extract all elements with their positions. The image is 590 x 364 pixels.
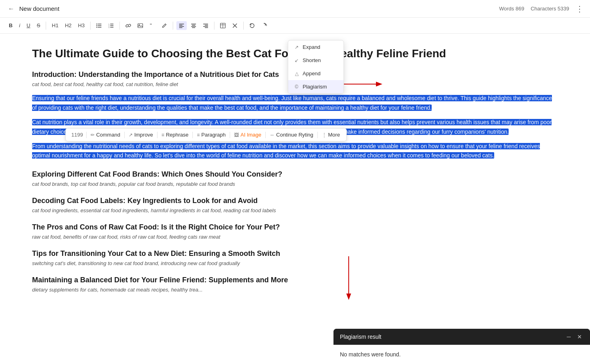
strike-btn[interactable]: S <box>34 21 43 30</box>
paragraph-3: From understanding the nutritional needs… <box>32 142 558 161</box>
expand-item[interactable]: ↗ Expand <box>288 40 343 54</box>
word-count: Words 869 <box>499 6 524 12</box>
plagiarism-minimize-btn[interactable]: ─ <box>565 333 572 341</box>
plagiarism-header: Plagiarism result ─ ✕ <box>333 329 590 345</box>
link-btn[interactable] <box>123 21 133 30</box>
more-icon: ⋮ <box>322 132 327 138</box>
ft-sep-2 <box>124 132 125 138</box>
floating-toolbar: 1199 ✏ Command ↗ Improve ≡ Rephrase ≡ Pa… <box>65 128 347 141</box>
command-icon: ✏ <box>91 132 95 138</box>
plagiarism-item[interactable]: © Plagiarism <box>288 80 343 93</box>
plagiarism-controls: ─ ✕ <box>565 333 584 341</box>
section-heading-2: Exploring Different Cat Food Brands: Whi… <box>32 170 558 179</box>
italic-btn[interactable]: i <box>16 21 22 30</box>
image-btn[interactable] <box>135 21 145 30</box>
section-heading-6: Maintaining a Balanced Diet for Your Fel… <box>32 276 558 284</box>
rephrase-icon: ≡ <box>162 132 164 138</box>
improve-icon: ↗ <box>129 132 133 138</box>
plagiarism-close-btn[interactable]: ✕ <box>576 333 584 341</box>
dropdown-menu: ↗ Expand ↙ Shorten △ Append © Plagiarism <box>288 40 344 94</box>
h2-btn[interactable]: H2 <box>63 21 74 30</box>
back-button[interactable]: ← <box>6 4 16 14</box>
table-btn[interactable] <box>218 21 228 30</box>
document-title: New document <box>19 5 59 12</box>
shorten-icon: ↙ <box>294 58 299 63</box>
rephrase-item[interactable]: ≡ Rephrase <box>158 130 192 139</box>
plagiarism-panel: Plagiarism result ─ ✕ No matches were fo… <box>333 329 590 364</box>
svg-point-5 <box>97 26 97 27</box>
svg-text:": " <box>150 23 152 28</box>
command-item[interactable]: ✏ Command <box>87 130 123 139</box>
formatting-toolbar: B i U S H1 H2 H3 1.2.3. " <box>0 18 590 34</box>
keywords-4: raw cat food, benefits of raw cat food, … <box>32 234 558 240</box>
char-count: Characters 5339 <box>531 6 569 12</box>
shorten-item[interactable]: ↙ Shorten <box>288 54 343 67</box>
paragraph-1: Ensuring that our feline friends have a … <box>32 94 558 113</box>
svg-rect-12 <box>138 24 143 28</box>
list-ul-btn[interactable] <box>94 21 104 30</box>
paragraph-icon: ≡ <box>197 132 200 138</box>
plagiarism-body: No matches were found. <box>333 345 590 364</box>
keywords-5: switching cat's diet, transitioning to n… <box>32 260 558 266</box>
ft-sep-3 <box>157 132 158 138</box>
align-center-btn[interactable] <box>188 21 199 30</box>
plagiarism-icon: © <box>294 84 299 90</box>
redo-btn[interactable] <box>259 21 269 30</box>
improve-item[interactable]: ↗ Improve <box>125 130 156 139</box>
h3-btn[interactable]: H3 <box>76 21 87 30</box>
plagiarism-message: No matches were found. <box>340 351 584 358</box>
svg-text:3.: 3. <box>109 26 110 28</box>
plagiarism-title: Plagiarism result <box>340 334 381 340</box>
quote-btn[interactable]: " <box>147 21 158 30</box>
svg-point-3 <box>97 23 97 24</box>
h1-btn[interactable]: H1 <box>49 21 61 30</box>
section-heading-3: Decoding Cat Food Labels: Key Ingredient… <box>32 197 558 205</box>
more-item[interactable]: ⋮ More <box>319 130 343 139</box>
toolbar-separator-1 <box>46 22 46 30</box>
ft-sep-4 <box>192 132 193 138</box>
ai-image-item[interactable]: 🖼 AI Image <box>231 130 265 139</box>
toolbar-separator-2 <box>90 22 91 30</box>
append-item[interactable]: △ Append <box>288 67 343 80</box>
section-heading-5: Tips for Transitioning Your Cat to a New… <box>32 249 558 258</box>
underline-btn[interactable]: U <box>24 21 32 30</box>
header-right: Words 869 Characters 5339 ⋮ <box>499 4 584 14</box>
list-ol-btn[interactable]: 1.2.3. <box>106 21 116 30</box>
expand-icon: ↗ <box>294 44 299 50</box>
selected-paragraph-1: Ensuring that our feline friends have a … <box>32 95 552 111</box>
ft-sep-6 <box>265 132 266 138</box>
toolbar-separator-4 <box>173 22 173 30</box>
keywords-2: cat food brands, top cat food brands, po… <box>32 181 558 187</box>
pen-btn[interactable] <box>159 21 170 30</box>
undo-btn[interactable] <box>247 21 257 30</box>
align-left-btn[interactable] <box>176 21 187 30</box>
toolbar-separator-6 <box>243 22 244 30</box>
ft-sep-1 <box>86 132 87 138</box>
keywords-6: dietary supplements for cats, homemade c… <box>32 287 558 293</box>
continue-item[interactable]: ↔ Continue Ryting <box>267 130 317 139</box>
align-right-btn[interactable] <box>200 21 211 30</box>
svg-point-4 <box>97 25 97 26</box>
header-more-button[interactable]: ⋮ <box>576 4 584 14</box>
header: ← New document Words 869 Characters 5339… <box>0 0 590 18</box>
toolbar-separator-5 <box>214 22 214 30</box>
ai-image-icon: 🖼 <box>234 132 239 138</box>
header-left: ← New document <box>6 4 59 14</box>
continue-icon: ↔ <box>270 132 275 138</box>
keywords-3: cat food ingredients, essential cat food… <box>32 207 558 213</box>
ft-sep-5 <box>230 132 230 138</box>
paragraph-item[interactable]: ≡ Paragraph <box>194 130 229 139</box>
clear-btn[interactable] <box>230 21 240 30</box>
selected-paragraph-3: From understanding the nutritional needs… <box>32 143 540 159</box>
ft-sep-7 <box>317 132 318 138</box>
selection-count: 1199 <box>69 130 85 139</box>
bold-btn[interactable]: B <box>6 21 15 30</box>
append-icon: △ <box>294 71 299 76</box>
section-heading-4: The Pros and Cons of Raw Cat Food: Is it… <box>32 223 558 231</box>
toolbar-separator-3 <box>119 22 120 30</box>
